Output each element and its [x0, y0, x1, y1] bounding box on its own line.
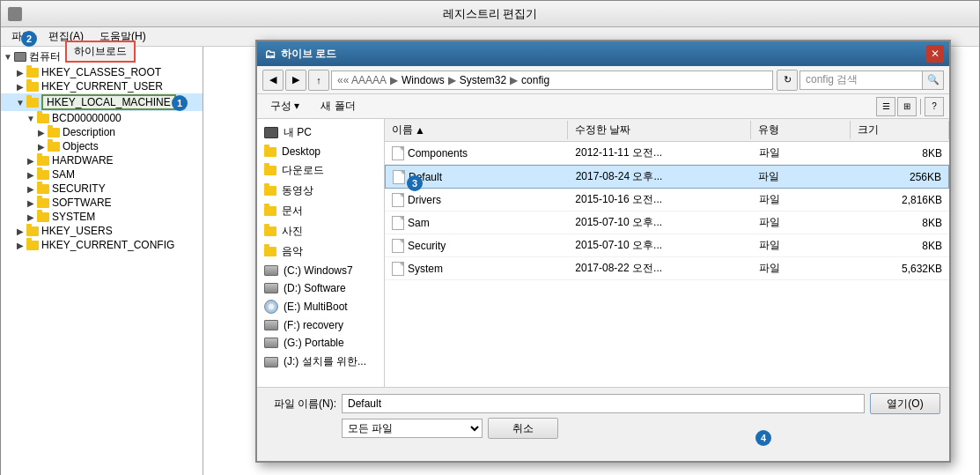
nav-drive-g[interactable]: (G:) Portable [257, 334, 384, 352]
refresh-button[interactable]: ↻ [777, 70, 798, 91]
tree-item-users[interactable]: ▶ HKEY_USERS [1, 224, 203, 238]
file-list: 이름 ▲ 수정한 날짜 유형 크기 Components 2012-11-11 … [385, 119, 949, 387]
dialog-close-button[interactable]: ✕ [926, 45, 944, 63]
nav-label: 사진 [282, 224, 303, 239]
folder-icon [264, 147, 276, 157]
tree-item-system[interactable]: ▶ SYSTEM [1, 210, 203, 224]
path-breadcrumb[interactable]: «« AAAAA ▶ Windows ▶ System32 ▶ config [331, 71, 773, 90]
folder-icon [264, 166, 276, 175]
file-icon [392, 146, 404, 160]
nav-label: (D:) Software [284, 282, 346, 294]
nav-drive-j[interactable]: (J:) 설치를 위한... [257, 352, 384, 372]
file-icon [392, 193, 404, 207]
tree-label: SAM [52, 168, 75, 181]
tree-arrow: ▶ [26, 212, 36, 222]
view-details-button[interactable]: ⊞ [897, 97, 917, 116]
file-name: Sam [385, 214, 568, 232]
tree-item-current-user[interactable]: ▶ HKEY_CURRENT_USER [1, 79, 203, 93]
file-date: 2012-11-11 오전... [568, 144, 751, 162]
folder-icon [264, 226, 276, 236]
open-button[interactable]: 열기(O) [870, 393, 940, 414]
annotation-2: 2 [21, 31, 37, 47]
view-list-button[interactable]: ☰ [876, 97, 895, 116]
search-button[interactable]: 🔍 [923, 71, 944, 90]
folder-icon [36, 154, 50, 167]
regedit-tree[interactable]: ▼ 컴퓨터 ▶ HKEY_CLASSES_ROOT ▶ HKEY_CURRENT… [1, 47, 203, 475]
tree-item-description[interactable]: ▶ Description [1, 125, 203, 139]
tree-item-classes-root[interactable]: ▶ HKEY_CLASSES_ROOT [1, 65, 203, 79]
nav-drive-f[interactable]: (F:) recovery [257, 316, 384, 334]
nav-drive-d[interactable]: (D:) Software [257, 279, 384, 297]
filetype-select[interactable]: 모든 파일 [342, 419, 483, 438]
file-type: 파일 [752, 236, 851, 255]
tree-label: Description [63, 126, 115, 138]
file-size: 8KB [851, 145, 949, 161]
forward-button[interactable]: ▶ [285, 70, 306, 91]
drive-icon [264, 338, 278, 348]
dialog-title: 하이브 로드 [281, 47, 336, 62]
dialog-main: 내 PC Desktop 다운로드 동영상 문서 사진 [257, 119, 949, 387]
new-folder-button[interactable]: 새 폴더 [313, 96, 363, 116]
tree-item-sam[interactable]: ▶ SAM [1, 167, 203, 182]
nav-documents[interactable]: 문서 [257, 201, 384, 221]
col-header-name[interactable]: 이름 ▲ [385, 121, 568, 139]
folder-icon [36, 197, 50, 209]
drive-icon [264, 265, 278, 276]
col-header-size[interactable]: 크기 [851, 121, 950, 139]
nav-label: 동영상 [282, 183, 313, 198]
path-part-4: config [521, 74, 549, 86]
tree-arrow: ▼ [26, 113, 36, 123]
col-header-type[interactable]: 유형 [751, 121, 851, 139]
file-row-default[interactable]: Default 2017-08-24 오후... 파일 256KB [385, 165, 949, 189]
up-button[interactable]: ↑ [308, 70, 329, 91]
file-row-components[interactable]: Components 2012-11-11 오전... 파일 8KB [385, 142, 949, 165]
nav-downloads[interactable]: 다운로드 [257, 160, 384, 181]
folder-icon [47, 126, 61, 138]
path-part-2: Windows [402, 74, 445, 86]
nav-label: (E:) MultiBoot [284, 301, 348, 313]
filename-label: 파일 이름(N): [266, 397, 336, 412]
tree-item-hardware[interactable]: ▶ HARDWARE [1, 153, 203, 167]
tree-label: HARDWARE [52, 154, 114, 167]
nav-desktop[interactable]: Desktop [257, 143, 384, 160]
file-icon [392, 239, 404, 253]
back-button[interactable]: ◀ [262, 70, 284, 91]
tree-item-bcd[interactable]: ▼ BCD00000000 [1, 111, 203, 125]
folder-icon [47, 140, 61, 152]
help-button[interactable]: ? [925, 97, 944, 116]
tree-label: HKEY_CURRENT_USER [41, 80, 163, 93]
nav-drive-c[interactable]: (C:) Windows7 [257, 262, 384, 279]
nav-mypc[interactable]: 내 PC [257, 122, 384, 143]
file-name: Drivers [385, 191, 568, 209]
tree-label: Objects [63, 140, 99, 152]
nav-drive-e[interactable]: (E:) MultiBoot [257, 297, 384, 316]
tree-label: HKEY_USERS [41, 225, 113, 237]
tree-label: SOFTWARE [52, 197, 112, 209]
col-header-modified[interactable]: 수정한 날짜 [568, 121, 751, 139]
cancel-button[interactable]: 취소 [488, 418, 558, 439]
search-input[interactable] [799, 71, 923, 90]
annotation-4: 4 [755, 430, 771, 446]
tree-item-software[interactable]: ▶ SOFTWARE [1, 196, 203, 210]
tree-item-security[interactable]: ▶ SECURITY [1, 182, 203, 196]
file-row-sam[interactable]: Sam 2015-07-10 오후... 파일 8KB [385, 212, 949, 234]
tree-arrow: ▶ [36, 127, 47, 137]
regedit-titlebar: 레지스트리 편집기 [1, 1, 979, 27]
file-row-drivers[interactable]: Drivers 2015-10-16 오전... 파일 2,816KB [385, 189, 949, 212]
file-size: 5,632KB [851, 261, 949, 277]
nav-label: (G:) Portable [284, 337, 344, 349]
folder-icon [264, 247, 276, 256]
filename-input[interactable] [342, 394, 865, 413]
tree-item-current-config[interactable]: ▶ HKEY_CURRENT_CONFIG [1, 238, 203, 252]
nav-videos[interactable]: 동영상 [257, 181, 384, 201]
tree-item-objects[interactable]: ▶ Objects [1, 139, 203, 153]
tree-arrow: ▶ [26, 197, 36, 208]
nav-label: (C:) Windows7 [284, 264, 353, 277]
file-list-header: 이름 ▲ 수정한 날짜 유형 크기 [385, 119, 949, 142]
nav-pictures[interactable]: 사진 [257, 221, 384, 241]
nav-music[interactable]: 음악 [257, 241, 384, 262]
file-row-system[interactable]: System 2017-08-22 오전... 파일 5,632KB [385, 257, 949, 280]
organize-button[interactable]: 구성 ▾ [262, 96, 307, 116]
file-row-security[interactable]: Security 2015-07-10 오후... 파일 8KB [385, 234, 949, 257]
dialog-nav-toolbar: ◀ ▶ ↑ «« AAAAA ▶ Windows ▶ System32 ▶ co… [257, 66, 949, 94]
